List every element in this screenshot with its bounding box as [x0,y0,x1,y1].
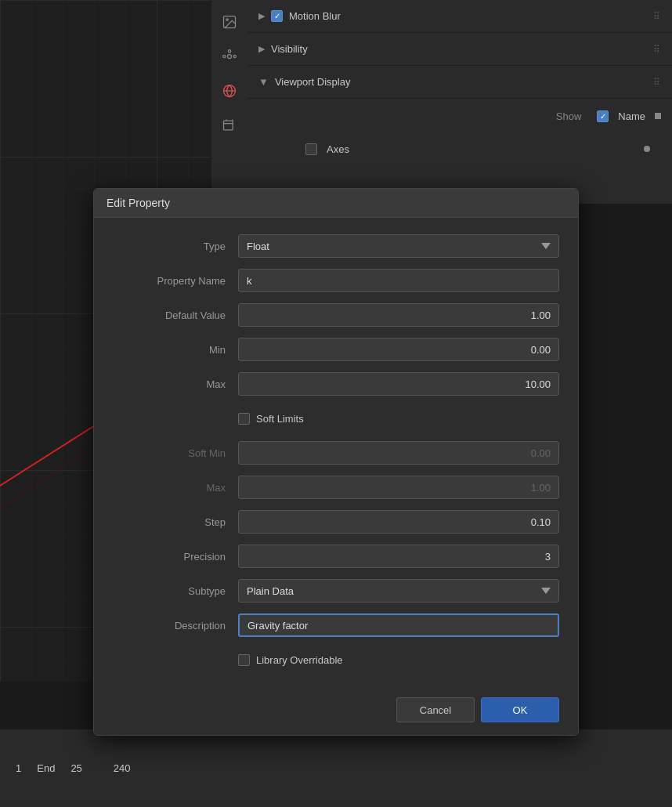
subtype-select[interactable]: Plain Data Pixel Percentage Angle Time D… [238,579,559,603]
description-input[interactable] [238,613,559,637]
precision-row: Precision [113,544,559,569]
default-value-input[interactable] [238,303,559,327]
library-row: Library Overridable [113,647,559,672]
library-checkbox[interactable] [238,654,250,666]
precision-label: Precision [113,551,238,563]
soft-min-input[interactable] [238,441,559,465]
soft-max-input[interactable] [238,476,559,499]
max-row: Max [113,371,559,396]
step-label: Step [113,516,238,528]
property-name-row: Property Name [113,268,559,293]
default-value-row: Default Value [113,302,559,328]
soft-limits-group: Soft Limits [238,413,304,425]
type-select[interactable]: Float Integer Boolean String Data-Block [238,234,559,258]
library-overridable-label: Library Overridable [256,654,343,666]
modal-footer: Cancel OK [94,688,578,735]
library-group: Library Overridable [238,654,343,666]
step-row: Step [113,509,559,534]
cancel-button[interactable]: Cancel [396,697,475,722]
max-input[interactable] [238,372,559,396]
modal-overlay: Edit Property Type Float Integer Boolean… [0,0,672,807]
min-input[interactable] [238,338,559,361]
min-row: Min [113,337,559,362]
subtype-label: Subtype [113,585,238,597]
modal-title: Edit Property [94,189,578,218]
min-label: Min [113,344,238,356]
type-label: Type [113,241,238,252]
ok-button[interactable]: OK [481,697,559,722]
soft-limits-label: Soft Limits [256,413,304,425]
modal-body: Type Float Integer Boolean String Data-B… [94,218,578,688]
soft-min-row: Soft Min [113,440,559,465]
step-input[interactable] [238,510,559,534]
property-name-input[interactable] [238,269,559,292]
subtype-row: Subtype Plain Data Pixel Percentage Angl… [113,578,559,603]
precision-input[interactable] [238,545,559,568]
edit-property-modal: Edit Property Type Float Integer Boolean… [93,188,579,736]
description-row: Description [113,613,559,638]
description-label: Description [113,620,238,631]
soft-min-label: Soft Min [113,447,238,459]
max-label: Max [113,378,238,390]
property-name-label: Property Name [113,275,238,287]
soft-max-label: Max [113,482,238,494]
type-row: Type Float Integer Boolean String Data-B… [113,233,559,259]
default-value-label: Default Value [113,309,238,321]
soft-limits-row: Soft Limits [113,406,559,431]
soft-limits-checkbox[interactable] [238,413,250,425]
soft-max-row: Max [113,475,559,500]
